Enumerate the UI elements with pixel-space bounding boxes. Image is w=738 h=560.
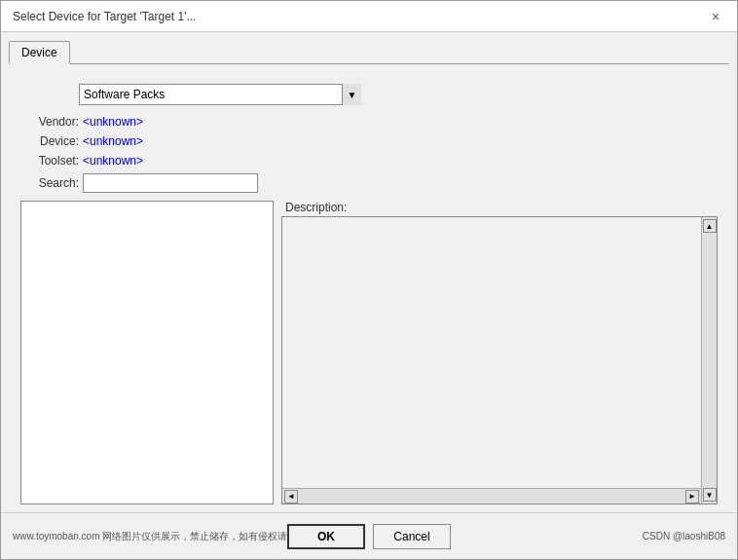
brand-text: CSDN @laoshiB08 [643, 531, 725, 541]
close-button[interactable]: × [706, 7, 725, 26]
tab-bar: Device [9, 40, 729, 64]
vertical-scrollbar[interactable]: ▲ ▼ [701, 217, 717, 504]
ok-button[interactable]: OK [287, 524, 365, 549]
device-value: <unknown> [83, 134, 143, 148]
scroll-up-icon[interactable]: ▲ [703, 219, 717, 233]
description-label: Description: [281, 201, 718, 214]
dialog-title: Select Device for Target 'Target 1'... [13, 10, 196, 23]
tab-device[interactable]: Device [9, 41, 70, 64]
search-input[interactable] [83, 173, 258, 193]
cancel-button[interactable]: Cancel [373, 524, 451, 549]
source-dropdown[interactable]: Software Packs Legacy Devices [79, 84, 361, 105]
source-dropdown-wrapper: Software Packs Legacy Devices ▼ [79, 84, 361, 105]
scroll-left-icon[interactable]: ◄ [284, 490, 298, 504]
title-bar: Select Device for Target 'Target 1'... × [1, 1, 737, 32]
description-box: ▲ ▼ ◄ ► [281, 216, 718, 504]
vendor-value: <unknown> [83, 115, 143, 129]
footer-bar: www.toymoban.com 网络图片仅供展示，禁止储存，如有侵权请联系删除… [1, 512, 737, 559]
dropdown-row: Software Packs Legacy Devices ▼ [20, 84, 718, 105]
dialog-window: Select Device for Target 'Target 1'... ×… [0, 0, 738, 560]
right-panel: Description: ▲ ▼ ◄ ► [281, 201, 718, 504]
toolset-value: <unknown> [83, 154, 143, 168]
form-area: Software Packs Legacy Devices ▼ Vendor: … [9, 76, 729, 201]
device-label: Device: [20, 134, 79, 148]
search-label: Search: [20, 176, 79, 190]
toolset-row: Toolset: <unknown> [20, 154, 718, 168]
horizontal-scrollbar[interactable]: ◄ ► [282, 488, 701, 504]
scroll-down-icon[interactable]: ▼ [703, 488, 717, 502]
device-list-panel[interactable] [20, 201, 274, 504]
search-row: Search: [20, 173, 718, 193]
toolset-label: Toolset: [20, 154, 79, 168]
footer-buttons: OK Cancel [287, 524, 451, 549]
main-content: Description: ▲ ▼ ◄ ► [9, 201, 729, 504]
dialog-body: Device Software Packs Legacy Devices ▼ V… [1, 32, 737, 512]
vendor-row: Vendor: <unknown> [20, 115, 718, 129]
vendor-label: Vendor: [20, 115, 79, 129]
watermark-text: www.toymoban.com 网络图片仅供展示，禁止储存，如有侵权请联系删除 [13, 530, 326, 543]
scroll-right-icon[interactable]: ► [685, 490, 699, 504]
device-row: Device: <unknown> [20, 134, 718, 148]
